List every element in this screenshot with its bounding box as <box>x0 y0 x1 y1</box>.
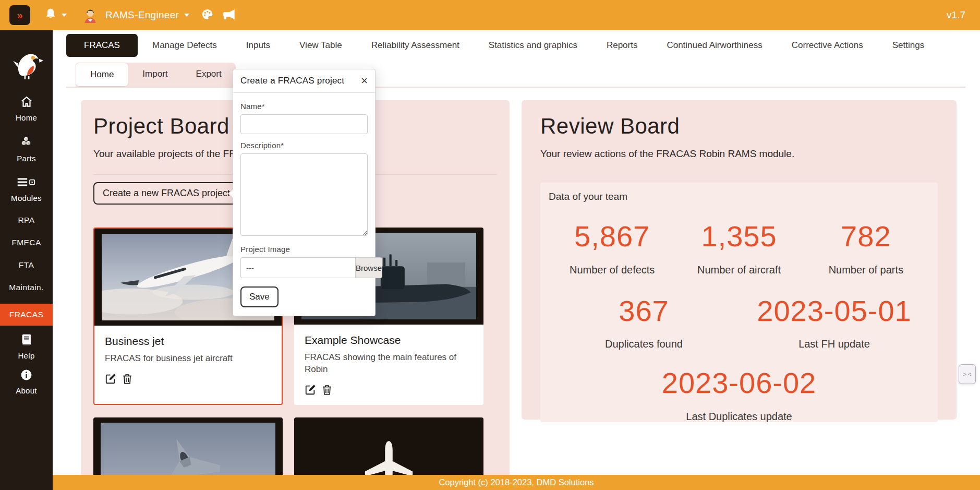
feedback-widget-button[interactable]: >.< <box>959 364 976 384</box>
review-board-subtitle: Your review actions of the FRACAS Robin … <box>540 148 938 160</box>
module-tab-bar: FRACAS Manage Defects Inputs View Table … <box>53 30 980 61</box>
robin-logo <box>9 46 44 82</box>
close-icon[interactable]: × <box>361 75 368 87</box>
sidebar-item-about[interactable]: About <box>16 368 37 395</box>
sidebar-expand-button[interactable]: » <box>9 5 30 25</box>
modules-menu-icon <box>16 175 37 191</box>
sidebar-item-maintain[interactable]: Maintain. <box>9 283 44 292</box>
sidebar-item-label: Modules <box>11 194 42 202</box>
sidebar-item-fracas-active[interactable]: FRACAS <box>0 304 53 326</box>
stat-value: 2023-05-01 <box>739 295 929 327</box>
notifications-caret-icon[interactable] <box>62 14 67 17</box>
sub-tab-bar: Home Import Export <box>76 63 236 87</box>
stat-value: 2023-06-02 <box>549 367 929 399</box>
project-image-field[interactable] <box>240 257 355 278</box>
sidebar-item-label: Parts <box>17 154 36 163</box>
sidebar-item-label: Help <box>18 351 34 360</box>
username-label[interactable]: RAMS-Engineer <box>105 9 179 21</box>
sidebar-item-label: Home <box>16 113 37 122</box>
user-menu-caret-icon[interactable] <box>184 14 189 17</box>
tab-view-table[interactable]: View Table <box>285 34 357 57</box>
home-icon <box>19 95 34 111</box>
description-field[interactable] <box>240 153 368 236</box>
project-name: Example Showcase <box>305 334 473 346</box>
main-content: FRACAS Manage Defects Inputs View Table … <box>53 30 980 490</box>
parts-cubes-icon <box>18 135 34 151</box>
stat-value: 1,355 <box>675 220 802 253</box>
notifications-bell-icon[interactable] <box>44 7 57 23</box>
sidebar-item-label: About <box>16 386 37 395</box>
sub-tab-divider <box>66 87 965 88</box>
review-board-panel: Review Board Your review actions of the … <box>522 100 957 420</box>
stat-label: Number of aircraft <box>675 264 802 276</box>
stat-label: Last FH update <box>739 338 929 350</box>
stat-label: Last Duplicates update <box>549 411 929 423</box>
example-showcase-card-body: Example Showcase FRACAS showing the main… <box>294 325 483 405</box>
tab-settings[interactable]: Settings <box>878 34 939 57</box>
tab-statistics-and-graphics[interactable]: Statistics and graphics <box>474 34 592 57</box>
project-description: FRACAS for business jet aircraft <box>105 353 271 365</box>
create-fracas-project-dialog: Create a FRACAS project × Name* Descript… <box>233 69 376 316</box>
tab-corrective-actions[interactable]: Corrective Actions <box>777 34 878 57</box>
sidebar-item-home[interactable]: Home <box>16 95 37 122</box>
copyright-text: Copyright (c) 2018-2023, DMD Solutions <box>439 477 594 487</box>
sidebar-item-help[interactable]: Help <box>18 333 34 360</box>
stat-aircraft: 1,355 Number of aircraft <box>675 220 802 276</box>
project-image-label: Project Image <box>240 245 368 254</box>
create-project-button[interactable]: Create a new FRACAS project <box>93 182 239 205</box>
user-avatar[interactable] <box>81 6 99 24</box>
app-version-label: v1.7 <box>947 9 965 21</box>
delete-project-icon[interactable] <box>321 384 333 396</box>
stat-parts: 782 Number of parts <box>803 220 929 276</box>
sidebar-item-modules[interactable]: Modules <box>11 175 42 202</box>
stat-value: 782 <box>803 220 929 253</box>
announcements-megaphone-icon[interactable] <box>222 7 236 23</box>
stat-label: Duplicates found <box>549 338 739 350</box>
project-description: FRACAS showing the main features of Robi… <box>305 352 473 376</box>
name-field-label: Name* <box>240 102 368 111</box>
tab-inputs[interactable]: Inputs <box>232 34 285 57</box>
sidebar: Home Parts Modules RPA FMECA FTA Maintai… <box>0 30 53 490</box>
stat-label: Number of defects <box>549 264 675 276</box>
sidebar-item-rpa[interactable]: RPA <box>18 216 35 225</box>
stat-last-duplicates-update: 2023-06-02 Last Duplicates update <box>549 367 929 423</box>
sidebar-item-parts[interactable]: Parts <box>17 135 36 163</box>
browse-button[interactable]: Browse <box>355 257 382 278</box>
sidebar-item-fta[interactable]: FTA <box>19 260 34 270</box>
tab-manage-defects[interactable]: Manage Defects <box>138 34 232 57</box>
review-board-title: Review Board <box>540 114 938 139</box>
stat-defects: 5,867 Number of defects <box>549 220 675 276</box>
theme-palette-icon[interactable] <box>201 8 214 23</box>
tab-continued-airworthiness[interactable]: Continued Airworthiness <box>652 34 777 57</box>
stat-value: 5,867 <box>549 220 675 253</box>
edit-project-icon[interactable] <box>105 373 116 385</box>
subtab-home[interactable]: Home <box>76 63 128 87</box>
subtab-import[interactable]: Import <box>128 63 182 87</box>
project-name: Business jet <box>105 335 271 348</box>
tab-reliability-assessment[interactable]: Reliability Assessment <box>357 34 474 57</box>
dialog-title: Create a FRACAS project <box>240 76 344 86</box>
sidebar-item-fmeca[interactable]: FMECA <box>11 238 41 247</box>
help-book-icon <box>20 333 33 349</box>
delete-project-icon[interactable] <box>122 373 133 385</box>
team-data-label: Data of your team <box>549 191 929 202</box>
save-button[interactable]: Save <box>240 286 279 307</box>
stat-duplicates: 367 Duplicates found <box>549 295 739 351</box>
tab-fracas[interactable]: FRACAS <box>66 34 138 57</box>
business-jet-card-body: Business jet FRACAS for business jet air… <box>94 326 282 394</box>
description-field-label: Description* <box>240 141 368 150</box>
stat-value: 367 <box>549 295 739 327</box>
edit-project-icon[interactable] <box>305 384 316 396</box>
stat-last-fh-update: 2023-05-01 Last FH update <box>739 295 929 351</box>
stat-label: Number of parts <box>803 264 929 276</box>
tab-reports[interactable]: Reports <box>592 34 652 57</box>
footer-bar: Copyright (c) 2018-2023, DMD Solutions <box>53 475 980 490</box>
team-data-panel: Data of your team 5,867 Number of defect… <box>540 183 938 422</box>
name-field[interactable] <box>240 114 368 134</box>
top-bar: » RAMS-Engineer v1.7 <box>0 0 980 30</box>
subtab-export[interactable]: Export <box>182 63 236 87</box>
info-circle-icon <box>20 368 33 384</box>
